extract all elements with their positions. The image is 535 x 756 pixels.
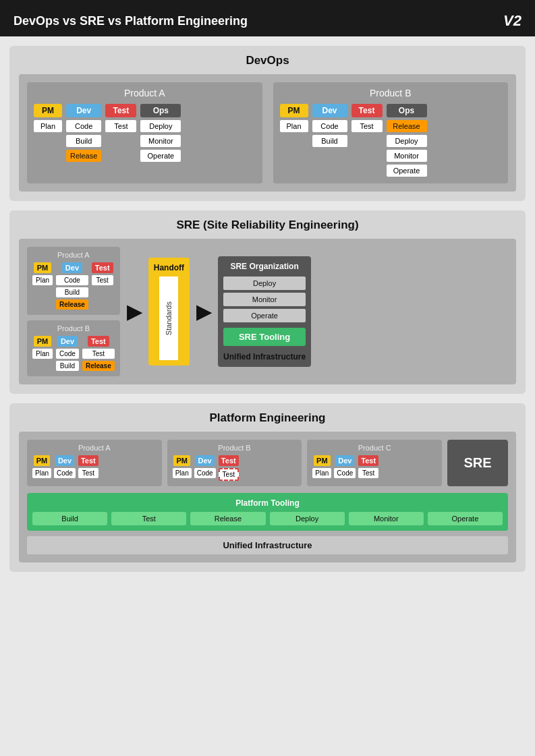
sre-a-pm-col: PM Plan xyxy=(32,262,53,285)
sre-org-box: SRE Organization Deploy Monitor Operate … xyxy=(218,256,311,367)
devops-a-test-col: Test Test xyxy=(105,104,136,132)
sre-products: Product A PM Plan Dev Code Build Release… xyxy=(27,247,120,376)
pe-a-dev-col: Dev Code xyxy=(54,455,76,478)
devops-a-ops-header: Ops xyxy=(140,104,181,117)
sre-product-a: Product A PM Plan Dev Code Build Release… xyxy=(27,247,120,315)
sre-org-operate: Operate xyxy=(223,309,306,322)
pe-c-pm-col: PM Plan xyxy=(312,455,331,478)
devops-a-dev-code: Code xyxy=(66,120,101,132)
sre-b-dev-header: Dev xyxy=(57,336,78,347)
devops-product-b: Product B PM Plan Dev Code Build Test Te… xyxy=(273,82,509,183)
pe-a-pm-col: PM Plan xyxy=(32,455,51,478)
devops-b-ops-release: Release xyxy=(387,120,427,132)
pe-b-dev-col: Dev Code xyxy=(194,455,216,478)
sre-org-monitor: Monitor xyxy=(223,293,306,306)
sre-inner: Product A PM Plan Dev Code Build Release… xyxy=(19,239,516,384)
sre-a-roles: PM Plan Dev Code Build Release Test Test xyxy=(32,262,115,310)
devops-a-ops-deploy: Deploy xyxy=(140,120,181,132)
devops-a-ops-col: Ops Deploy Monitor Operate xyxy=(140,104,181,162)
platform-tool-monitor: Monitor xyxy=(349,512,424,525)
devops-a-pm-header: PM xyxy=(34,104,62,117)
sre-org-header: SRE Organization xyxy=(223,262,306,271)
devops-b-dev-code: Code xyxy=(312,120,347,132)
sre-arrow-1: ▶ xyxy=(127,301,142,323)
devops-a-ops-monitor: Monitor xyxy=(140,135,181,147)
sre-unified-infra: Unified Infrastructure xyxy=(223,352,306,361)
platform-tool-build: Build xyxy=(32,512,107,525)
sre-a-test-test: Test xyxy=(92,275,113,285)
devops-b-dev-header: Dev xyxy=(312,104,347,117)
pe-b-test-test: Test xyxy=(219,468,239,481)
pe-a-pm-header: PM xyxy=(34,455,51,466)
devops-a-roles: PM Plan Dev Code Build Release Test Test… xyxy=(34,104,256,162)
devops-a-pm-plan: Plan xyxy=(34,120,62,132)
sre-product-b-label: Product B xyxy=(32,324,115,332)
devops-b-dev-col: Dev Code Build xyxy=(312,104,347,147)
devops-b-test-col: Test Test xyxy=(351,104,383,132)
sre-b-test-header: Test xyxy=(88,336,109,347)
pe-a-dev-code: Code xyxy=(54,468,76,478)
sre-handoff-label: Handoff xyxy=(154,263,184,272)
pe-b-dev-code: Code xyxy=(194,468,216,478)
devops-a-dev-build: Build xyxy=(66,135,101,147)
sre-a-dev-header: Dev xyxy=(62,262,82,273)
pe-a-test-test: Test xyxy=(78,468,98,478)
sre-a-test-header: Test xyxy=(92,262,113,273)
sre-a-dev-code: Code xyxy=(56,275,88,285)
platform-tooling-box: Platform Tooling Build Test Release Depl… xyxy=(27,493,508,531)
sre-b-pm-header: PM xyxy=(34,336,52,347)
pe-products-row: Product A PM Plan Dev Code Test Test xyxy=(27,440,508,486)
sre-a-dev-release: Release xyxy=(56,299,88,310)
pe-product-c-label: Product C xyxy=(312,444,437,452)
pe-a-roles: PM Plan Dev Code Test Test xyxy=(32,455,157,478)
page-header: DevOps vs SRE vs Platform Engineering V2 xyxy=(0,0,535,36)
pe-b-test-header: Test xyxy=(219,455,239,466)
sre-b-dev-code: Code xyxy=(56,349,79,359)
devops-product-a: Product A PM Plan Dev Code Build Release… xyxy=(27,82,262,183)
devops-a-test-test: Test xyxy=(105,120,136,132)
sre-a-dev-col: Dev Code Build Release xyxy=(56,262,88,310)
devops-a-pm-col: PM Plan xyxy=(34,104,62,132)
pe-product-a: Product A PM Plan Dev Code Test Test xyxy=(27,440,162,486)
pe-sre-label: SRE xyxy=(463,455,491,471)
pe-c-pm-header: PM xyxy=(314,455,331,466)
devops-b-roles: PM Plan Dev Code Build Test Test Ops Rel… xyxy=(280,104,502,177)
devops-a-ops-operate: Operate xyxy=(140,150,181,162)
sre-section: SRE (Site Reliability Engineering) Produ… xyxy=(9,210,526,394)
sre-b-roles: PM Plan Dev Code Build Test Test Release xyxy=(32,336,115,371)
pe-b-pm-header: PM xyxy=(173,455,190,466)
devops-a-dev-col: Dev Code Build Release xyxy=(66,104,101,162)
sre-handoff-standards-bar: Standards xyxy=(159,277,178,360)
devops-b-ops-deploy: Deploy xyxy=(387,135,427,147)
platform-tool-release: Release xyxy=(190,512,265,525)
pe-c-test-col: Test Test xyxy=(358,455,378,478)
sre-b-test-release: Release xyxy=(82,361,115,371)
sre-standards-text: Standards xyxy=(165,301,173,335)
pe-a-test-header: Test xyxy=(78,455,98,466)
sre-product-b: Product B PM Plan Dev Code Build Test Te… xyxy=(27,320,120,376)
devops-b-dev-build: Build xyxy=(312,135,347,147)
sre-org-deploy: Deploy xyxy=(223,277,306,290)
v2-logo: V2 xyxy=(503,12,522,30)
pe-c-test-header: Test xyxy=(358,455,378,466)
devops-b-pm-header: PM xyxy=(280,104,308,117)
pe-c-dev-header: Dev xyxy=(335,455,354,466)
platform-tool-test: Test xyxy=(111,512,186,525)
pe-title: Platform Engineering xyxy=(19,411,516,425)
sre-arrow-2: ▶ xyxy=(196,301,211,323)
sre-b-dev-build: Build xyxy=(56,361,79,371)
pe-b-test-col: Test Test xyxy=(219,455,239,481)
sre-a-test-col: Test Test xyxy=(92,262,113,285)
sre-a-pm-plan: Plan xyxy=(32,275,53,285)
pe-b-pm-col: PM Plan xyxy=(173,455,192,478)
page-title: DevOps vs SRE vs Platform Engineering xyxy=(13,14,248,28)
pe-b-pm-plan: Plan xyxy=(173,468,192,478)
devops-b-ops-operate: Operate xyxy=(387,165,427,177)
platform-tooling-label: Platform Tooling xyxy=(32,498,503,508)
platform-tool-deploy: Deploy xyxy=(270,512,345,525)
devops-product-b-label: Product B xyxy=(280,88,502,98)
devops-b-ops-monitor: Monitor xyxy=(387,150,427,162)
sre-b-test-col: Test Test Release xyxy=(82,336,115,371)
sre-tooling: SRE Tooling xyxy=(223,328,306,346)
pe-c-dev-col: Dev Code xyxy=(334,455,356,478)
